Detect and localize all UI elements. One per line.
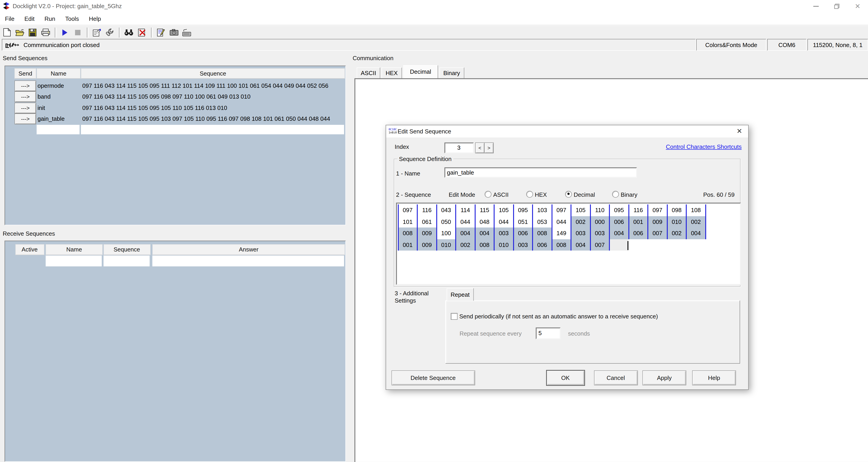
index-next-button[interactable]: > [484, 142, 494, 153]
sequence-byte-cell[interactable]: 001 [629, 216, 648, 227]
control-characters-shortcuts-link[interactable]: Control Characters Shortcuts [666, 143, 742, 150]
menu-item[interactable]: File [0, 13, 20, 24]
restore-button[interactable] [827, 0, 847, 12]
sequence-byte-cell[interactable]: 003 [514, 239, 533, 251]
help-button[interactable]: Help [692, 370, 736, 385]
send-now-button[interactable]: ---> [14, 102, 36, 113]
sequence-byte-cell[interactable]: 007 [591, 239, 610, 251]
menu-item[interactable]: Edit [20, 13, 39, 24]
options-wrench-button[interactable] [105, 28, 114, 37]
menu-item[interactable]: Run [39, 13, 60, 24]
delete-sequence-button[interactable]: Delete Sequence [391, 370, 475, 385]
sequence-byte-cell[interactable]: 115 [475, 205, 495, 216]
sequence-byte-cell[interactable]: 044 [552, 216, 571, 227]
sequence-byte-cell[interactable]: 105 [571, 205, 591, 216]
sequence-byte-cell[interactable]: 103 [533, 205, 552, 216]
sequence-byte-cell[interactable]: 001 [398, 239, 418, 251]
sequence-byte-cell[interactable]: 002 [687, 216, 706, 227]
sequence-byte-cell[interactable]: 095 [514, 205, 533, 216]
sequence-byte-cell[interactable]: 010 [495, 239, 514, 251]
sequence-byte-cell[interactable]: 002 [668, 227, 687, 239]
mode-panel[interactable]: Colors&Fonts Mode [696, 39, 766, 51]
sequence-byte-cell[interactable]: 008 [475, 239, 495, 251]
open-project-button[interactable] [15, 28, 24, 37]
sequence-byte-cell[interactable]: 101 [398, 216, 418, 227]
sequence-byte-cell[interactable]: 043 [437, 205, 456, 216]
project-settings-button[interactable] [92, 28, 101, 37]
sequence-bytes[interactable]: 097 116 043 114 115 105 095 098 097 110 … [82, 93, 344, 100]
sequence-byte-cell[interactable]: 061 [418, 216, 437, 227]
stop-communication-button[interactable] [73, 28, 82, 37]
edit-notes-button[interactable] [156, 28, 165, 37]
save-project-button[interactable] [28, 28, 37, 37]
sequence-byte-cell[interactable]: 008 [398, 227, 418, 239]
sequence-byte-cell[interactable]: 002 [456, 239, 475, 251]
dialog-close-button[interactable]: ✕ [735, 127, 744, 135]
repeat-seconds-input[interactable]: 5 [536, 327, 561, 339]
sequence-byte-cell[interactable]: 006 [533, 239, 552, 251]
port-params-panel[interactable]: 115200, None, 8, 1 [807, 39, 868, 51]
sequence-byte-cell[interactable]: 000 [591, 216, 610, 227]
sequence-byte-cell[interactable]: 100 [437, 227, 456, 239]
sequence-byte-cell[interactable]: 009 [648, 216, 668, 227]
close-button[interactable]: ✕ [847, 0, 868, 12]
sequence-byte-cell[interactable]: 114 [456, 205, 475, 216]
new-file-button[interactable] [2, 28, 11, 37]
sequence-byte-cell[interactable]: 095 [610, 205, 629, 216]
communication-tab[interactable]: ASCII [357, 67, 380, 78]
sequence-byte-cell[interactable]: 110 [591, 205, 610, 216]
sequence-byte-cell[interactable]: 050 [437, 216, 456, 227]
sequence-byte-cell[interactable]: 009 [418, 239, 437, 251]
send-now-button[interactable]: ---> [14, 91, 36, 102]
clear-communication-button[interactable] [137, 28, 146, 37]
sequence-name[interactable]: opermode [37, 82, 64, 89]
sequence-byte-cell[interactable]: 044 [456, 216, 475, 227]
sequence-byte-cell[interactable]: 004 [687, 227, 706, 239]
new-receive-answer-cell[interactable] [152, 255, 344, 266]
menu-item[interactable]: Tools [60, 13, 84, 24]
sequence-byte-cell[interactable]: 004 [475, 227, 495, 239]
keyboard-console-button[interactable] [182, 28, 191, 37]
repeat-tab[interactable]: Repeat [447, 288, 473, 301]
sequence-byte-cell[interactable]: 009 [418, 227, 437, 239]
cancel-button[interactable]: Cancel [594, 370, 638, 385]
sequence-byte-cell[interactable]: 004 [571, 239, 591, 251]
sequence-caret-cell[interactable] [610, 239, 628, 251]
communication-tab[interactable]: Binary [439, 67, 464, 78]
find-button[interactable] [124, 28, 133, 37]
sequence-byte-cell[interactable]: 116 [629, 205, 648, 216]
sequence-byte-cell[interactable]: 007 [648, 227, 668, 239]
sequence-byte-cell[interactable]: 003 [495, 227, 514, 239]
sequence-byte-cell[interactable]: 044 [495, 216, 514, 227]
sequence-byte-cell[interactable]: 006 [629, 227, 648, 239]
sequence-byte-cell[interactable]: 105 [495, 205, 514, 216]
sequence-byte-cell[interactable]: 002 [571, 216, 591, 227]
sequence-byte-cell[interactable]: 003 [591, 227, 610, 239]
sequence-byte-cell[interactable]: 097 [398, 205, 418, 216]
menu-item[interactable]: Help [84, 13, 106, 24]
sequence-bytes[interactable]: 097 116 043 114 115 105 095 111 112 101 … [82, 82, 344, 89]
sequence-byte-cell[interactable]: 010 [437, 239, 456, 251]
sequence-name[interactable]: gain_table [37, 115, 65, 122]
new-sequence-bytes-cell[interactable] [81, 125, 344, 134]
communication-tab[interactable]: HEX [381, 67, 402, 78]
new-sequence-name-cell[interactable] [37, 125, 80, 134]
sequence-byte-cell[interactable]: 108 [687, 205, 706, 216]
sequence-byte-cell[interactable]: 003 [571, 227, 591, 239]
sequence-byte-cell[interactable]: 097 [648, 205, 668, 216]
apply-button[interactable]: Apply [643, 370, 686, 385]
new-receive-name-cell[interactable] [46, 255, 102, 266]
communication-tab[interactable]: Decimal [403, 65, 438, 78]
sequence-byte-cell[interactable]: 006 [514, 227, 533, 239]
sequence-byte-cell[interactable]: 048 [475, 216, 495, 227]
sequence-byte-cell[interactable]: 053 [533, 216, 552, 227]
sequence-byte-cell[interactable]: 008 [552, 239, 571, 251]
ok-button[interactable]: OK [546, 370, 585, 385]
sequence-byte-cell[interactable]: 116 [418, 205, 437, 216]
print-button[interactable] [41, 28, 50, 37]
minimize-button[interactable] [806, 0, 827, 12]
sequence-byte-cell[interactable]: 010 [668, 216, 687, 227]
sequence-name[interactable]: band [37, 93, 51, 100]
name-input[interactable]: gain_table [444, 167, 637, 178]
sequence-name[interactable]: init [37, 104, 45, 111]
